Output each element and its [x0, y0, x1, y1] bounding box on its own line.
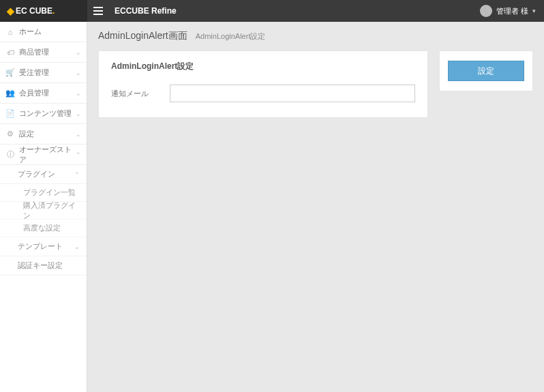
- logo-dot-icon: .: [52, 6, 55, 16]
- app-title: ECCUBE Refine: [115, 6, 177, 16]
- sidebar-item-label: コンテンツ管理: [19, 108, 76, 119]
- sidebar-item-label: 設定: [19, 129, 76, 139]
- settings-panel: AdminLoginAlert設定 通知メール: [98, 50, 428, 118]
- chevron-down-icon: ⌄: [76, 110, 81, 117]
- sidebar-subitem-authkey[interactable]: 認証キー設定: [0, 256, 87, 275]
- sidebar-item-home[interactable]: ⌂ ホーム: [0, 22, 87, 42]
- gear-icon: ⚙: [5, 130, 15, 139]
- chevron-down-icon: ⌄: [74, 243, 80, 250]
- actions-panel: 設定: [439, 50, 533, 91]
- logo-mark-icon: ◆: [7, 5, 14, 16]
- field-label: 通知メール: [111, 89, 159, 99]
- chevron-up-icon: ⌃: [76, 151, 81, 158]
- sidebar-subitem-advanced[interactable]: 高度な設定: [0, 220, 87, 237]
- sidebar-item-label: ホーム: [19, 27, 81, 37]
- sidebar-item-contents[interactable]: 📄 コンテンツ管理 ⌄: [0, 104, 87, 124]
- sidebar-subitem-label: テンプレート: [18, 241, 74, 252]
- chevron-down-icon: ▾: [532, 7, 536, 14]
- notify-mail-input[interactable]: [170, 85, 415, 102]
- user-menu-button[interactable]: 管理者 様 ▾: [472, 5, 544, 17]
- sidebar-subitem-label: 高度な設定: [23, 223, 61, 233]
- panel-heading: AdminLoginAlert設定: [111, 61, 415, 72]
- sidebar-subitem-label: プラグイン: [18, 169, 74, 179]
- page-subtitle: AdminLoginAlert設定: [196, 31, 266, 42]
- chevron-down-icon: ⌄: [76, 90, 81, 97]
- users-icon: 👥: [5, 89, 15, 98]
- chevron-down-icon: ⌄: [76, 131, 81, 138]
- top-header: ◆ EC CUBE . ECCUBE Refine 管理者 様 ▾: [0, 0, 544, 22]
- sidebar-subitem-label: 認証キー設定: [18, 260, 80, 271]
- cart-icon: 🛒: [5, 68, 15, 78]
- sidebar-subitem-plugin[interactable]: プラグイン ⌃: [0, 165, 87, 184]
- logo-text: EC CUBE: [16, 6, 52, 16]
- sidebar-item-members[interactable]: 👥 会員管理 ⌄: [0, 83, 87, 104]
- hamburger-icon: [93, 5, 104, 16]
- info-icon: ⓘ: [5, 150, 15, 160]
- chevron-up-icon: ⌃: [74, 171, 80, 178]
- sidebar-subitem-template[interactable]: テンプレート ⌄: [0, 237, 87, 256]
- chevron-down-icon: ⌄: [76, 70, 81, 76]
- sidebar-item-label: 会員管理: [19, 88, 76, 98]
- sidebar-item-label: 商品管理: [19, 47, 76, 57]
- sidebar-item-settings[interactable]: ⚙ 設定 ⌄: [0, 124, 87, 145]
- sidebar-subitem-plugin-list[interactable]: プラグイン一覧: [0, 184, 87, 202]
- file-icon: 📄: [5, 109, 15, 119]
- avatar-icon: [480, 5, 492, 17]
- sidebar-item-orders[interactable]: 🛒 受注管理 ⌄: [0, 63, 87, 83]
- sidebar-subitem-label: 購入済プラグイン: [23, 200, 80, 221]
- main-content: AdminLoginAlert画面 AdminLoginAlert設定 Admi…: [87, 22, 544, 392]
- menu-toggle-button[interactable]: [87, 0, 109, 22]
- submit-button[interactable]: 設定: [448, 61, 524, 81]
- chevron-down-icon: ⌄: [76, 49, 81, 56]
- sidebar-item-owners-store[interactable]: ⓘ オーナーズストア ⌃: [0, 145, 87, 165]
- home-icon: ⌂: [5, 27, 15, 37]
- sidebar-item-label: 受注管理: [19, 67, 76, 78]
- sidebar-subitem-label: プラグイン一覧: [23, 187, 76, 198]
- logo[interactable]: ◆ EC CUBE .: [0, 0, 87, 22]
- sidebar-subitem-purchased-plugin[interactable]: 購入済プラグイン: [0, 202, 87, 220]
- page-title: AdminLoginAlert画面: [98, 30, 187, 42]
- sidebar-item-label: オーナーズストア: [19, 145, 76, 165]
- breadcrumb: AdminLoginAlert画面 AdminLoginAlert設定: [98, 30, 533, 42]
- sidebar: ⌂ ホーム 🏷 商品管理 ⌄ 🛒 受注管理 ⌄ 👥 会員管理 ⌄ 📄 コンテンツ…: [0, 22, 87, 392]
- tag-icon: 🏷: [5, 48, 15, 57]
- sidebar-item-products[interactable]: 🏷 商品管理 ⌄: [0, 42, 87, 63]
- user-label: 管理者 様: [496, 6, 528, 16]
- field-row-notify-mail: 通知メール: [111, 85, 415, 102]
